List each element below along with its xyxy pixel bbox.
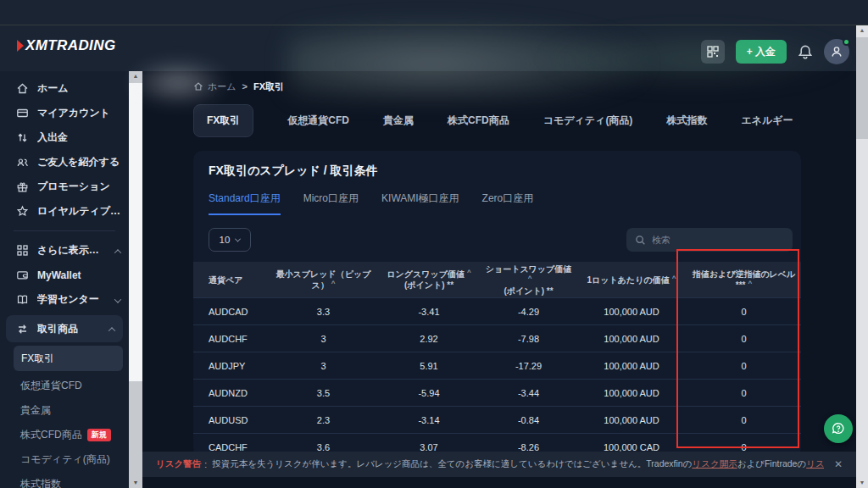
- sidebar-item-mywallet[interactable]: MyWallet: [0, 263, 129, 287]
- column-title: 1ロットあたりの価値: [587, 275, 670, 285]
- page-scrollbar-thumb[interactable]: [856, 37, 868, 139]
- column-title: 最小スプレッド（ピップス）: [276, 269, 371, 290]
- close-icon[interactable]: ✕: [824, 458, 843, 470]
- top-bar: XMTRADING + 入金: [0, 0, 868, 71]
- chevron-up-icon: [115, 245, 120, 257]
- table-body: AUDCAD3.3-3.41-4.29100,000 AUD0AUDCHF32.…: [193, 297, 801, 457]
- tab-stock-indices[interactable]: 株式指数: [666, 114, 707, 128]
- sidebar-item-my-account[interactable]: マイアカウント: [0, 101, 129, 125]
- table-controls: 10: [209, 228, 793, 252]
- sidebar-scrollbar-thumb[interactable]: [129, 83, 142, 381]
- breadcrumb-home-link[interactable]: ホーム: [193, 80, 236, 93]
- table-row: AUDNZD3.5-5.94-3.44100,000 AUD0: [193, 379, 801, 406]
- panel-title: FX取引のスプレッド / 取引条件: [209, 164, 786, 179]
- sidebar-item-promotions[interactable]: プロモーション: [0, 175, 129, 199]
- sidebar-item-label: MyWallet: [37, 269, 81, 281]
- sidebar-item-label: ロイヤルティプログラム: [37, 204, 120, 219]
- cell-value: 100,000 CAD: [576, 442, 687, 452]
- sidebar-item-refer-friend[interactable]: ご友人を紹介する: [0, 150, 129, 175]
- star-icon: [15, 205, 29, 218]
- cell-value: -4.29: [481, 307, 576, 317]
- sidebar-item-label: 入出金: [37, 130, 68, 145]
- table-row: AUDCHF32.92-7.98100,000 AUD0: [193, 324, 801, 352]
- xm-trading-app: XMTRADING + 入金: [0, 0, 868, 488]
- table-row: AUDUSD2.3-3.14-0.84100,000 AUD0: [193, 406, 801, 433]
- scroll-up-arrow-icon[interactable]: ▲: [856, 25, 868, 36]
- sort-caret-icon: ^: [331, 280, 336, 287]
- new-badge: 新規: [87, 429, 111, 441]
- card-icon: [15, 107, 29, 119]
- logo-text: XMTRADING: [25, 37, 116, 54]
- column-header[interactable]: 最小スプレッド（ピップス）^: [270, 269, 377, 291]
- tab-stock-cfd[interactable]: 株式CFD商品: [448, 114, 509, 128]
- sidebar-subitem-stock-indices[interactable]: 株式指数: [0, 472, 129, 488]
- logo[interactable]: XMTRADING: [17, 37, 116, 54]
- sidebar-item-loyalty-program[interactable]: ロイヤルティプログラム: [0, 199, 129, 224]
- sidebar-item-label: プロモーション: [37, 180, 110, 194]
- column-header[interactable]: ショートスワップ価値^(ポイント) **: [481, 263, 576, 297]
- tab-zero-account[interactable]: Zero口座用: [482, 191, 534, 215]
- breadcrumb-current: FX取引: [253, 80, 284, 93]
- tab-kiwami-account[interactable]: KIWAMI極口座用: [381, 191, 459, 215]
- chevron-up-icon: [109, 323, 114, 335]
- qr-code-button[interactable]: [701, 40, 725, 64]
- fintrade-risk-disclosure-link[interactable]: リスク開示: [806, 458, 824, 469]
- column-subtitle: (ポイント) **: [404, 280, 453, 290]
- tab-fx[interactable]: FX取引: [193, 104, 253, 137]
- spreads-panel: FX取引のスプレッド / 取引条件 Standard口座用 Micro口座用 K…: [193, 151, 801, 457]
- sidebar-scrollbar[interactable]: ▲ ▼: [129, 71, 142, 488]
- scroll-up-arrow-icon[interactable]: ▲: [129, 71, 142, 81]
- tab-precious-metals[interactable]: 貴金属: [383, 114, 414, 128]
- account-avatar[interactable]: [824, 39, 849, 64]
- sidebar-subitem-crypto-cfd[interactable]: 仮想通貨CFD: [0, 374, 129, 398]
- column-header[interactable]: 1ロットあたりの価値^: [576, 274, 687, 286]
- transfer-arrows-icon: [15, 131, 29, 144]
- risk-warning-bar: リスク警告 : 投資元本を失うリスクが伴います。レバレッジ商品は、全てのお客様に…: [142, 452, 856, 477]
- cell-value: 3: [270, 334, 377, 344]
- cell-value: -3.41: [377, 307, 481, 317]
- chevron-down-icon: [115, 294, 120, 306]
- column-title: 指値および逆指値のレベル***: [693, 269, 796, 290]
- cell-value: -5.94: [377, 388, 481, 398]
- page-scrollbar[interactable]: ▲ ▼: [856, 25, 868, 488]
- sidebar-item-deposit-withdrawal[interactable]: 入出金: [0, 125, 129, 150]
- help-button[interactable]: [824, 414, 853, 443]
- cell-value: 100,000 AUD: [576, 415, 687, 425]
- sidebar-subitem-stock-cfd[interactable]: 株式CFD商品 新規: [0, 423, 129, 447]
- chevron-down-icon: [235, 236, 241, 241]
- column-header[interactable]: ロングスワップ価値^(ポイント) **: [377, 269, 481, 291]
- cell-currency-pair: AUDJPY: [193, 361, 270, 371]
- sidebar-subitem-precious-metals[interactable]: 貴金属: [0, 398, 129, 423]
- cell-currency-pair: AUDCHF: [193, 334, 270, 344]
- page-size-select[interactable]: 10: [209, 228, 251, 252]
- cell-value: -8.26: [481, 442, 576, 452]
- column-header[interactable]: 指値および逆指値のレベル***^: [687, 269, 801, 291]
- scroll-down-arrow-icon[interactable]: ▼: [856, 478, 868, 488]
- risk-text-before: 投資元本を失うリスクが伴います。レバレッジ商品は、全てのお客様に適しているわけで…: [212, 458, 692, 469]
- sidebar-item-home[interactable]: ホーム: [0, 76, 129, 101]
- tab-micro-account[interactable]: Micro口座用: [303, 191, 359, 215]
- sidebar-subitem-commodities[interactable]: コモディティ(商品): [0, 447, 129, 472]
- cell-currency-pair: AUDUSD: [193, 415, 270, 425]
- tradexfin-risk-disclosure-link[interactable]: リスク開示: [692, 458, 737, 469]
- search-icon: [635, 235, 646, 246]
- tab-standard-account[interactable]: Standard口座用: [209, 191, 281, 215]
- search-input[interactable]: [652, 235, 784, 245]
- book-icon: [15, 293, 29, 306]
- cell-value: 0: [687, 361, 801, 371]
- top-divider-line: [0, 25, 868, 25]
- sidebar-item-learning-center[interactable]: 学習センター: [0, 287, 129, 312]
- tab-crypto-cfd[interactable]: 仮想通貨CFD: [287, 114, 349, 128]
- breadcrumb: ホーム > FX取引: [193, 80, 804, 93]
- deposit-button[interactable]: + 入金: [736, 40, 787, 64]
- tab-commodities[interactable]: コモディティ(商品): [543, 114, 633, 128]
- sidebar-item-trading-products[interactable]: 取引商品: [6, 315, 123, 342]
- qr-code-icon: [707, 46, 719, 58]
- sidebar-item-show-more[interactable]: さらに表示する: [0, 238, 129, 263]
- logo-accent-icon: [17, 40, 24, 52]
- scroll-down-arrow-icon[interactable]: ▼: [129, 478, 142, 488]
- sidebar-subitem-fx[interactable]: FX取引: [14, 346, 123, 371]
- sidebar-divider: [14, 230, 115, 231]
- notifications-button[interactable]: [798, 44, 813, 59]
- tab-energy[interactable]: エネルギー: [741, 114, 793, 128]
